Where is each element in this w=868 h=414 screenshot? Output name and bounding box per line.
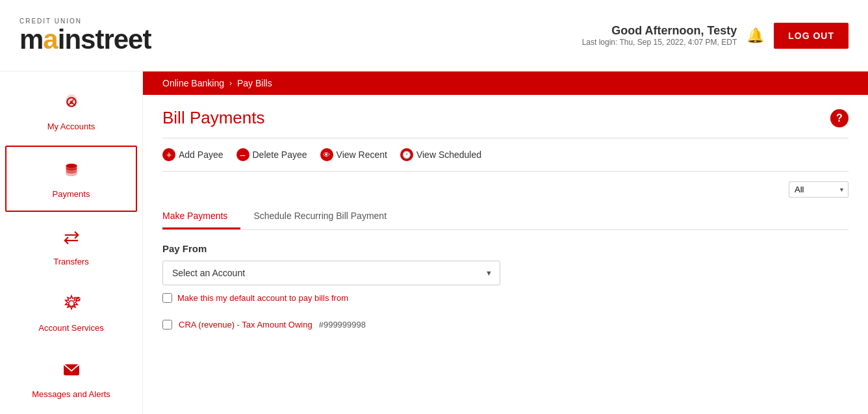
action-buttons: + Add Payee – Delete Payee 👁 View Recent… — [162, 148, 849, 161]
sidebar: My Accounts Payments — [0, 71, 143, 414]
header-greeting: Good Afternoon, Testy Last login: Thu, S… — [582, 24, 737, 47]
default-account-label: Make this my default account to pay bill… — [177, 293, 348, 303]
dashboard-icon — [60, 91, 83, 118]
filter-dropdown[interactable]: All Scheduled Recent — [789, 181, 849, 198]
messages-icon — [60, 359, 83, 385]
breadcrumb-home-link[interactable]: Online Banking — [162, 78, 224, 88]
view-scheduled-button[interactable]: 🕐 View Scheduled — [400, 148, 481, 161]
logo-area: CREDIT UNION mainstreet — [19, 18, 151, 53]
title-divider — [162, 138, 849, 138]
plus-icon: + — [162, 148, 175, 161]
filter-wrapper: All Scheduled Recent — [789, 181, 849, 198]
payments-icon — [60, 159, 83, 185]
logo-o: a — [43, 24, 57, 55]
account-select-wrapper: Select an Account — [162, 261, 500, 285]
sidebar-item-transfers[interactable]: Transfers — [0, 213, 142, 279]
payee-item: CRA (revenue) - Tax Amount Owing #999999… — [162, 315, 849, 335]
tabs: Make Payments Schedule Recurring Bill Pa… — [162, 204, 849, 230]
svg-point-8 — [75, 297, 80, 302]
default-account-checkbox[interactable] — [162, 293, 172, 303]
account-services-icon — [60, 292, 83, 319]
eye-icon: 👁 — [320, 148, 333, 161]
view-scheduled-label: View Scheduled — [416, 149, 481, 160]
delete-payee-label: Delete Payee — [253, 149, 307, 160]
sidebar-item-my-accounts[interactable]: My Accounts — [0, 78, 142, 144]
logout-button[interactable]: LOG OUT — [774, 23, 849, 49]
logo-m: m — [19, 24, 43, 55]
sidebar-item-my-accounts-label: My Accounts — [47, 122, 96, 131]
page-content: Bill Payments ? + Add Payee – Delete Pay… — [143, 95, 868, 348]
header-right: Good Afternoon, Testy Last login: Thu, S… — [582, 23, 849, 49]
breadcrumb-current: Pay Bills — [237, 78, 272, 88]
add-payee-button[interactable]: + Add Payee — [162, 148, 223, 161]
add-payee-label: Add Payee — [179, 149, 223, 160]
actions-divider — [162, 171, 849, 172]
help-icon[interactable]: ? — [830, 109, 849, 127]
header: CREDIT UNION mainstreet Good Afternoon, … — [0, 0, 868, 71]
tab-make-payments[interactable]: Make Payments — [162, 204, 240, 229]
logo-text: mainstreet — [19, 26, 151, 53]
delete-payee-button[interactable]: – Delete Payee — [236, 148, 307, 161]
clock-icon: 🕐 — [400, 148, 413, 161]
logo-rest: instreet — [58, 24, 151, 55]
sidebar-item-messages-alerts[interactable]: Messages and Alerts — [0, 346, 142, 412]
breadcrumb-separator: › — [229, 79, 232, 88]
view-recent-button[interactable]: 👁 View Recent — [320, 148, 387, 161]
account-select[interactable]: Select an Account — [162, 261, 500, 285]
content-area: Online Banking › Pay Bills Bill Payments… — [143, 71, 868, 414]
sidebar-item-payments[interactable]: Payments — [5, 146, 137, 212]
sidebar-item-account-services[interactable]: Account Services — [0, 279, 142, 346]
default-account-link[interactable]: Make this my default account to pay bill… — [177, 293, 348, 303]
sidebar-item-account-services-label: Account Services — [38, 323, 103, 333]
last-login-text: Last login: Thu, Sep 15, 2022, 4:07 PM, … — [582, 38, 737, 47]
payee-name: CRA (revenue) - Tax Amount Owing — [179, 320, 313, 330]
sidebar-item-transfers-label: Transfers — [53, 257, 88, 266]
page-title: Bill Payments — [162, 108, 265, 128]
pay-from-label: Pay From — [162, 243, 849, 254]
default-account-row: Make this my default account to pay bill… — [162, 293, 849, 303]
sidebar-item-payments-label: Payments — [53, 189, 90, 199]
payee-checkbox[interactable] — [162, 320, 172, 330]
view-recent-label: View Recent — [337, 149, 387, 160]
main-layout: My Accounts Payments — [0, 71, 868, 414]
tab-schedule-recurring[interactable]: Schedule Recurring Bill Payment — [253, 204, 400, 229]
transfers-icon — [60, 226, 83, 253]
payee-number: #999999998 — [319, 320, 366, 330]
sidebar-item-messages-alerts-label: Messages and Alerts — [32, 389, 110, 399]
svg-point-7 — [68, 301, 74, 307]
breadcrumb: Online Banking › Pay Bills — [143, 71, 868, 95]
logo-wrapper: CREDIT UNION mainstreet — [19, 18, 151, 53]
greeting-name: Good Afternoon, Testy — [582, 24, 737, 38]
bell-icon[interactable]: 🔔 — [747, 27, 764, 44]
filter-row: All Scheduled Recent — [162, 181, 849, 198]
minus-icon: – — [236, 148, 249, 161]
page-title-row: Bill Payments ? — [162, 108, 849, 128]
